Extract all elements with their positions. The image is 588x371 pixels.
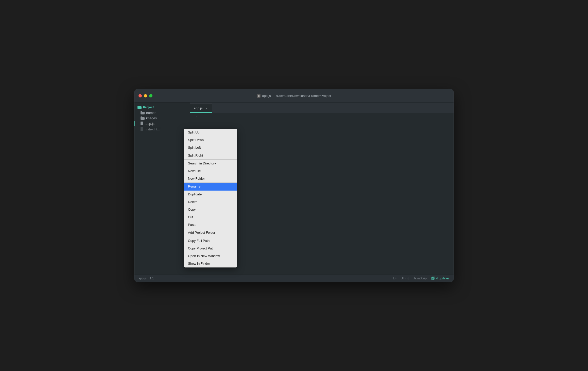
window-title: app.js — /Users/ant/Downloads/Framer/Pro… [257,94,331,98]
status-file: app.js [139,277,147,280]
sidebar-item-label-indexhtml: index.ht… [146,127,161,131]
editor-window: app.js — /Users/ant/Downloads/Framer/Pro… [134,89,454,282]
menu-item-split-right[interactable]: Split Right [184,152,237,159]
sidebar-item-label-images: images [146,116,157,120]
menu-item-copy[interactable]: Copy [184,206,237,213]
menu-item-new-file[interactable]: New File [184,167,237,175]
menu-item-split-left[interactable]: Split Left [184,144,237,151]
file-icon-appjs [141,122,144,126]
menu-item-split-up[interactable]: Split Up [184,129,237,136]
status-left: app.js 1:1 [139,277,154,280]
project-folder-icon [137,106,142,109]
menu-item-add-project-folder[interactable]: Add Project Folder [184,229,237,237]
menu-item-copy-project-path[interactable]: Copy Project Path [184,245,237,252]
menu-item-duplicate[interactable]: Duplicate [184,191,237,198]
updates-label: 4 updates [436,277,449,280]
traffic-lights [139,94,152,97]
sidebar: Project framer images app.js index.ht… [134,103,190,275]
project-label: Project [143,106,154,109]
menu-item-show-in-finder[interactable]: Show in Finder [184,260,237,267]
line-number-1: 1 [190,115,200,120]
status-encoding[interactable]: UTF-8 [401,277,409,280]
sidebar-item-indexhtml[interactable]: index.ht… [134,126,190,132]
file-icon-indexhtml [141,127,144,131]
tab-close-button[interactable]: × [205,107,208,110]
menu-item-new-folder[interactable]: New Folder [184,175,237,182]
menu-group-pathops: Copy Full Path Copy Project Path Open In… [184,237,237,268]
sidebar-item-label-framer: framer [146,111,156,115]
menu-group-projectops: Add Project Folder [184,229,237,237]
status-bar: app.js 1:1 LF UTF-8 JavaScript 4 updates [134,275,454,282]
sidebar-item-images[interactable]: images [134,115,190,121]
status-right: LF UTF-8 JavaScript 4 updates [393,277,449,280]
menu-item-delete[interactable]: Delete [184,198,237,206]
menu-group-editops: Rename Duplicate Delete Copy Cut Paste [184,183,237,229]
main-area: Project framer images app.js index.ht… [134,103,454,275]
menu-item-split-down[interactable]: Split Down [184,136,237,144]
title-bar: app.js — /Users/ant/Downloads/Framer/Pro… [134,89,454,103]
context-menu: Split Up Split Down Split Left Split Rig… [184,129,237,267]
tab-label: app.js [194,106,203,110]
minimize-button[interactable] [144,94,147,97]
tab-appjs[interactable]: app.js × [190,104,212,113]
sidebar-item-label-appjs: app.js [146,122,154,126]
sidebar-project: Project [134,105,190,110]
status-position: 1:1 [150,277,154,280]
menu-item-open-new-window[interactable]: Open In New Window [184,252,237,260]
menu-item-cut[interactable]: Cut [184,213,237,221]
sidebar-item-framer[interactable]: framer [134,110,190,115]
menu-item-paste[interactable]: Paste [184,221,237,229]
tabs-bar: app.js × [190,103,454,113]
menu-group-fileops: Search in Directory New File New Folder [184,160,237,183]
folder-icon-images [141,116,145,120]
close-button[interactable] [139,94,142,97]
maximize-button[interactable] [149,94,152,97]
file-icon [257,94,261,98]
menu-group-split: Split Up Split Down Split Left Split Rig… [184,129,237,160]
sidebar-item-appjs[interactable]: app.js [134,121,190,126]
editor-area: app.js × 1 Split Up Split Down Split Lef… [190,103,454,275]
status-updates[interactable]: 4 updates [431,277,449,280]
updates-icon [431,277,435,280]
folder-icon-framer [141,111,145,114]
menu-item-rename[interactable]: Rename [184,183,237,190]
title-label: app.js — /Users/ant/Downloads/Framer/Pro… [262,94,331,98]
status-language[interactable]: JavaScript [413,277,427,280]
status-line-ending[interactable]: LF [393,277,396,280]
menu-item-copy-full-path[interactable]: Copy Full Path [184,237,237,245]
menu-item-search-in-dir[interactable]: Search in Directory [184,160,237,167]
